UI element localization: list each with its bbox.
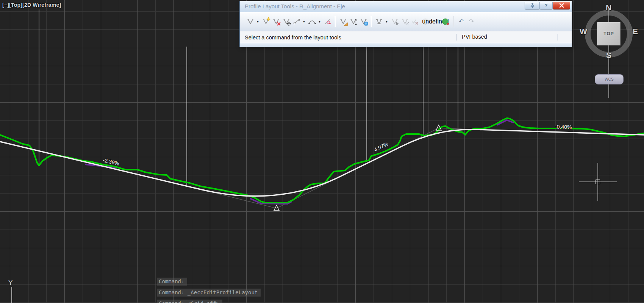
chevron-down-icon: ▼ [318,20,321,23]
toolbar-free-vertical-curve-button[interactable] [323,17,332,27]
delete-pvi-icon [273,19,280,25]
toolbar-move-pvi-button[interactable] [281,17,291,27]
viewcube-north[interactable]: N [606,3,611,12]
viewcube-top-face[interactable]: TOP [597,22,621,45]
dialog-statusbar: Select a command from the layout tools P… [240,31,572,43]
status-divider-2 [557,34,558,41]
toolbar-select-pvi-button [390,17,399,27]
drawing-viewport[interactable]: -2.39%4.97%-0.40%Y [−][Top][2D Wireframe… [0,0,644,303]
ucs-y-label: Y [8,279,13,286]
help-icon: ? [545,3,548,8]
toolbar-raise-lower-pvis-button[interactable] [349,17,358,27]
help-button[interactable]: ? [539,2,553,9]
pvi-mode-label: PVI based [462,34,487,40]
free-vertical-curve-icon [324,19,331,25]
command-line: Command: [157,278,187,286]
draw-tangents-dropdown[interactable]: ▼ [255,17,260,27]
toolbar-insert-pvi-button[interactable] [261,17,270,27]
viewport-pane-control[interactable]: [−] [2,2,9,8]
insert-pvis-tabular-icon [340,19,347,25]
tangent-construction-line [403,128,477,146]
chevron-down-icon: ▼ [256,20,259,23]
command-line: Command: _AeccEditProfileLayout [157,289,261,297]
viewport-style-control[interactable]: [2D Wireframe] [22,2,61,8]
delete-entity-icon [411,19,419,25]
viewcube-south[interactable]: S [606,51,611,60]
copy-profile-icon [360,19,367,25]
toolbar-separator [371,16,372,27]
toolbar-profile-grid-view-button[interactable]: undefined [431,17,440,27]
undo-icon: ↶ [459,19,464,25]
wcs-menu[interactable]: WCS [595,74,624,84]
toolbar-delete-pvi-button[interactable] [271,17,281,27]
toolbar-delete-entity-button [410,17,420,27]
toolbar-draw-tangents-button[interactable] [245,17,255,27]
toolbar-undo-button[interactable]: ↶ [456,17,466,27]
grade-label: -0.40% [555,123,572,130]
layout-tools-toolbar: ▼▼▼▼undefined↶↷ [240,12,572,31]
pvi-entity-selector-dropdown[interactable]: ▼ [384,17,389,27]
layout-parameters-icon [442,18,450,25]
select-pvi-icon [391,19,398,25]
toolbar-draw-tangent-line-button[interactable] [292,17,301,27]
toolbar-select-entity-button [400,17,410,27]
profile-layout-tools-dialog: Profile Layout Tools - R_Alignment - Eje… [239,1,572,47]
viewport-view-control[interactable]: [Top] [9,2,22,8]
select-entity-icon [402,19,408,25]
pushpin-icon [530,3,535,8]
pvi-entity-selector-icon [375,19,383,25]
move-pvi-icon [283,19,290,25]
raise-lower-pvis-icon [350,19,357,25]
toolbar-draw-vertical-curve-button[interactable] [307,17,317,27]
toolbar-insert-pvis-tabular-button[interactable] [338,17,348,27]
draw-vertical-curve-dropdown[interactable]: ▼ [317,17,322,27]
chevron-down-icon: ▼ [303,20,305,23]
dialog-titlebar[interactable]: Profile Layout Tools - R_Alignment - Eje… [240,1,572,12]
insert-pvi-icon [263,19,269,25]
toolbar-separator [453,16,454,27]
viewcube: N S W E TOP WCS [579,3,639,86]
redo-icon: ↷ [469,19,474,25]
draw-tangents-icon [247,19,254,25]
toolbar-pvi-entity-selector-button[interactable] [374,17,384,27]
command-history[interactable]: Command: Command: _AeccEditProfileLayout… [157,278,261,303]
viewport-controls: [−][Top][2D Wireframe] [2,2,61,8]
toolbar-layout-parameters-button[interactable] [441,17,450,27]
toolbar-separator [335,16,336,27]
command-line: Command: <Grid off> [157,300,222,303]
draw-tangent-line-icon [293,19,300,25]
draw-tangent-line-dropdown[interactable]: ▼ [302,17,306,27]
close-icon [559,3,564,8]
status-divider [456,34,457,41]
viewcube-west[interactable]: W [580,27,587,36]
toolbar-copy-profile-button[interactable] [359,17,368,27]
draw-vertical-curve-icon [308,19,316,25]
viewcube-east[interactable]: E [633,27,638,36]
toolbar-redo-button: ↷ [467,17,476,27]
close-button[interactable] [553,2,570,9]
pin-button[interactable] [525,2,540,9]
status-message: Select a command from the layout tools [245,34,341,41]
chevron-down-icon: ▼ [385,20,388,23]
dialog-footer [240,43,572,47]
existing-ground-profile-line[interactable] [0,118,644,203]
dialog-title: Profile Layout Tools - R_Alignment - Eje [245,3,345,9]
